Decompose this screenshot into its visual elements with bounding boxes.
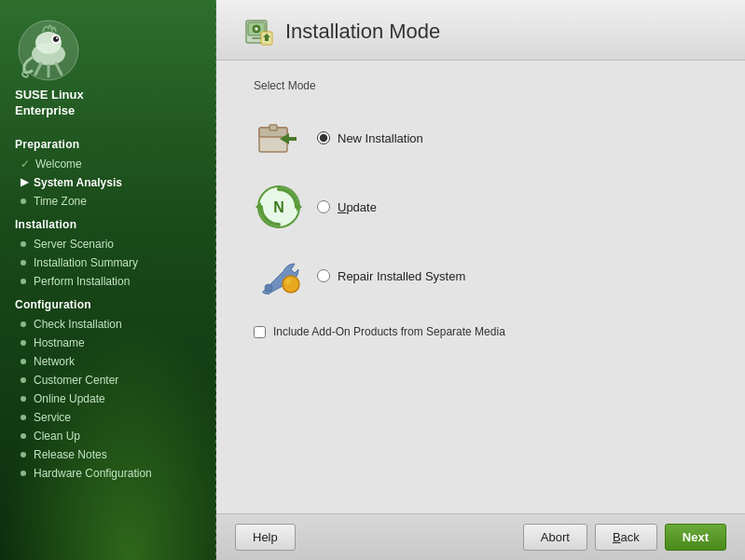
sidebar-item-label: Hardware Configuration bbox=[34, 467, 152, 480]
footer-left: Help bbox=[235, 524, 296, 551]
sidebar-item-label: Hostname bbox=[34, 336, 85, 349]
svg-point-26 bbox=[285, 279, 291, 284]
section-title-installation: Installation bbox=[0, 211, 216, 235]
update-radio-label[interactable]: Update bbox=[317, 200, 377, 214]
svg-rect-18 bbox=[269, 125, 277, 130]
bullet-icon bbox=[21, 471, 26, 476]
repair-radio[interactable] bbox=[317, 269, 330, 282]
sidebar-item-installation-summary[interactable]: Installation Summary bbox=[0, 253, 216, 272]
update-text: Update bbox=[338, 200, 377, 214]
mode-option-new-install: New Installation bbox=[254, 107, 708, 169]
sidebar-item-label: Online Update bbox=[34, 392, 105, 405]
mode-option-update: N Update bbox=[254, 176, 708, 238]
svg-point-24 bbox=[265, 284, 272, 292]
svg-point-5 bbox=[56, 37, 58, 39]
sidebar-item-release-notes[interactable]: Release Notes bbox=[0, 445, 216, 464]
sidebar-item-hostname[interactable]: Hostname bbox=[0, 334, 216, 352]
main-area: Installation Mode Select Mode bbox=[216, 0, 745, 560]
bullet-icon bbox=[21, 415, 26, 420]
sidebar-item-label: Check Installation bbox=[34, 318, 122, 331]
bullet-icon bbox=[21, 279, 26, 284]
svg-point-12 bbox=[255, 28, 258, 31]
check-icon: ✓ bbox=[21, 157, 30, 171]
sidebar-item-perform-installation[interactable]: Perform Installation bbox=[0, 272, 216, 291]
sidebar: SUSE LinuxEnterprise Preparation ✓ Welco… bbox=[0, 0, 216, 560]
next-label: Next bbox=[683, 530, 709, 544]
main-content: Select Mode New Installation bbox=[216, 61, 745, 513]
sidebar-item-hardware-configuration[interactable]: Hardware Configuration bbox=[0, 464, 216, 483]
update-radio[interactable] bbox=[317, 200, 330, 213]
next-button[interactable]: Next bbox=[665, 524, 726, 551]
sidebar-item-label: Perform Installation bbox=[34, 275, 130, 288]
bullet-icon bbox=[21, 377, 26, 383]
main-header: Installation Mode bbox=[216, 0, 745, 61]
sidebar-item-label: Clean Up bbox=[34, 430, 80, 443]
arrow-icon: ▶ bbox=[21, 176, 28, 188]
addon-row: Include Add-On Products from Separate Me… bbox=[254, 325, 708, 338]
sidebar-item-customer-center[interactable]: Customer Center bbox=[0, 371, 216, 389]
sidebar-item-network[interactable]: Network bbox=[0, 352, 216, 371]
new-install-radio-label[interactable]: New Installation bbox=[317, 131, 423, 145]
brand-name: SUSE LinuxEnterprise bbox=[15, 88, 84, 119]
sidebar-item-welcome[interactable]: ✓ Welcome bbox=[0, 155, 216, 173]
addon-checkbox[interactable] bbox=[254, 326, 266, 338]
repair-icon bbox=[254, 251, 304, 301]
sidebar-item-check-installation[interactable]: Check Installation bbox=[0, 315, 216, 334]
sidebar-item-label: Network bbox=[34, 355, 75, 368]
main-footer: Help Abort Back Next bbox=[216, 513, 745, 560]
update-icon: N bbox=[254, 182, 304, 232]
sidebar-item-label: System Analysis bbox=[34, 176, 122, 189]
bullet-icon bbox=[21, 241, 26, 247]
bullet-icon bbox=[21, 359, 26, 364]
bullet-icon bbox=[21, 452, 26, 458]
bullet-icon bbox=[21, 260, 26, 266]
mode-option-repair: Repair Installed System bbox=[254, 245, 708, 307]
sidebar-item-label: Welcome bbox=[35, 157, 82, 171]
sidebar-item-label: Release Notes bbox=[34, 448, 107, 461]
svg-point-4 bbox=[53, 36, 59, 42]
sidebar-item-label: Service bbox=[34, 411, 71, 424]
addon-label: Include Add-On Products from Separate Me… bbox=[273, 325, 505, 338]
mode-options: New Installation N bbox=[254, 107, 708, 307]
bullet-icon bbox=[21, 340, 26, 346]
installation-mode-icon bbox=[244, 17, 274, 47]
back-button[interactable]: Back bbox=[595, 524, 657, 551]
sidebar-item-label: Installation Summary bbox=[34, 256, 138, 269]
new-install-radio[interactable] bbox=[317, 131, 330, 144]
abort-button[interactable]: Abort bbox=[523, 524, 587, 551]
sidebar-nav: Preparation ✓ Welcome ▶ System Analysis … bbox=[0, 130, 216, 560]
page-title: Installation Mode bbox=[285, 20, 440, 44]
footer-right: Abort Back Next bbox=[523, 524, 726, 551]
bullet-icon bbox=[21, 396, 26, 402]
sidebar-item-online-update[interactable]: Online Update bbox=[0, 389, 216, 408]
svg-text:N: N bbox=[273, 199, 284, 215]
bullet-icon bbox=[21, 198, 26, 204]
sidebar-item-label: Time Zone bbox=[34, 195, 87, 208]
repair-radio-label[interactable]: Repair Installed System bbox=[317, 269, 465, 283]
section-title-preparation: Preparation bbox=[0, 130, 216, 155]
bullet-icon bbox=[21, 433, 26, 439]
repair-text: Repair Installed System bbox=[338, 269, 465, 283]
svg-point-25 bbox=[283, 276, 299, 293]
sidebar-item-label: Server Scenario bbox=[34, 238, 114, 251]
select-mode-label: Select Mode bbox=[254, 79, 708, 92]
sidebar-item-service[interactable]: Service bbox=[0, 408, 216, 427]
sidebar-item-label: Customer Center bbox=[34, 374, 118, 387]
help-button[interactable]: Help bbox=[235, 524, 296, 551]
chameleon-icon bbox=[15, 17, 82, 84]
new-install-text: New Installation bbox=[338, 131, 423, 145]
sidebar-item-time-zone[interactable]: Time Zone bbox=[0, 192, 216, 211]
sidebar-logo: SUSE LinuxEnterprise bbox=[0, 0, 216, 130]
sidebar-item-clean-up[interactable]: Clean Up bbox=[0, 427, 216, 445]
sidebar-item-system-analysis[interactable]: ▶ System Analysis bbox=[0, 173, 216, 192]
new-install-icon bbox=[254, 113, 304, 163]
bullet-icon bbox=[21, 321, 26, 327]
section-title-configuration: Configuration bbox=[0, 291, 216, 315]
sidebar-item-server-scenario[interactable]: Server Scenario bbox=[0, 235, 216, 253]
